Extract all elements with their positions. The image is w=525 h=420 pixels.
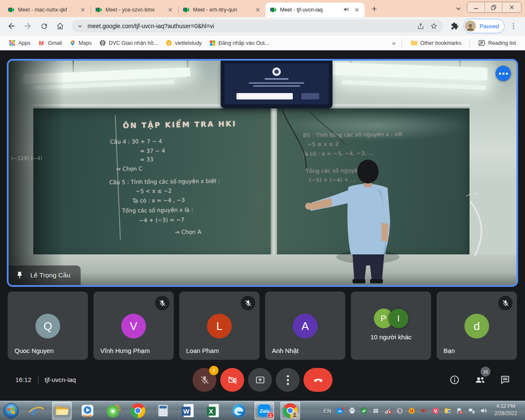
meeting-info-button[interactable]	[449, 374, 460, 385]
bookmark-item-2[interactable]: MGmail	[35, 38, 66, 49]
bookmark-label: Gmail	[48, 40, 62, 46]
taskbar-edge-browser[interactable]	[229, 402, 248, 419]
taskbar-clock[interactable]: 4:12 PM 2/28/2022	[488, 403, 523, 417]
taskbar-chrome-browser[interactable]	[128, 402, 147, 419]
participants-button[interactable]: 16	[474, 374, 486, 385]
clock-date: 2/28/2022	[488, 410, 523, 417]
url-text[interactable]: meet.google.com/tjf-uvcn-iaq?authuser=0&…	[88, 23, 412, 29]
more-options-button[interactable]	[276, 368, 300, 392]
back-button[interactable]	[4, 19, 19, 33]
tray-sync-app-icon[interactable]: S	[396, 407, 404, 415]
close-window-button[interactable]	[502, 2, 521, 12]
bookmark-item-6[interactable]: Đăng nhập vào Out...	[206, 38, 273, 49]
home-button[interactable]	[53, 19, 67, 33]
tray-unikey-orange-icon[interactable]	[408, 407, 416, 415]
tray-volume-red-icon[interactable]	[420, 407, 428, 415]
reload-button[interactable]	[37, 19, 51, 33]
tab-close-icon[interactable]	[353, 6, 360, 13]
participant-tile-2[interactable]: VVĩnh Hưng Phạm	[93, 292, 174, 360]
other-bookmarks-label: Other bookmarks	[420, 40, 461, 46]
meet-favicon	[95, 6, 102, 13]
participant-tile-5[interactable]: PI10 người khác	[351, 292, 431, 360]
browser-tab-4[interactable]: Meet - tjf-uvcn-iaq	[265, 3, 365, 17]
avatar: I	[389, 309, 408, 328]
profile-sync-pill[interactable]: Paused	[464, 19, 505, 33]
tray-signal-error-icon[interactable]	[384, 407, 392, 415]
minimize-button[interactable]	[467, 2, 485, 12]
tray-network-icon[interactable]	[467, 407, 475, 415]
tray-shield-check-icon[interactable]	[360, 407, 368, 415]
tray-backup-device-icon[interactable]	[372, 407, 380, 415]
new-tab-button[interactable]: +	[368, 3, 381, 15]
camera-toggle-button[interactable]	[220, 368, 244, 392]
mic-off-icon	[241, 296, 255, 310]
taskbar-zalo[interactable]: Zalo1	[254, 402, 274, 420]
tray-volume-icon[interactable]	[479, 407, 487, 415]
bookmark-item-3[interactable]: Maps	[66, 38, 96, 49]
forward-button[interactable]	[20, 19, 35, 33]
bookmark-item-4[interactable]: DVC Giao nhận hồ...	[96, 38, 162, 49]
browser-tab-3[interactable]: Meet - erh-ttry-qun	[178, 3, 265, 17]
tray-printer-icon[interactable]	[348, 407, 356, 415]
tray-action-flag-icon[interactable]	[455, 407, 464, 415]
mic-toggle-button[interactable]: !	[192, 368, 216, 392]
tab-close-icon[interactable]	[79, 6, 86, 13]
mic-off-icon	[498, 296, 513, 310]
tile-options-button[interactable]	[496, 66, 511, 81]
pinned-video-tile[interactable]: ÔN TẬP KIỂM TRA HKI (−129).(−4) Câu 4 : …	[7, 59, 518, 287]
tray-zalo-tray-icon[interactable]: Za	[336, 407, 344, 415]
taskbar-calculator[interactable]	[154, 402, 172, 419]
participant-tile-4[interactable]: AAnh Nhật	[265, 292, 345, 360]
participant-tile-1[interactable]: QQuoc Nguyen	[8, 292, 88, 360]
taskbar-file-explorer[interactable]	[52, 402, 72, 420]
address-bar[interactable]: meet.google.com/tjf-uvcn-iaq?authuser=0&…	[72, 20, 443, 32]
bookmarks-overflow-chevron[interactable]: »	[390, 39, 397, 47]
bookmark-item-5[interactable]: viettelstudy	[162, 38, 206, 49]
bookmark-star-icon[interactable]	[430, 22, 438, 30]
reading-list-button[interactable]: Reading list	[474, 38, 520, 49]
present-button[interactable]	[248, 368, 272, 392]
tray-folder-info-icon[interactable]: i	[443, 407, 452, 415]
extensions-icon[interactable]	[447, 19, 462, 33]
tab-search-chevron-icon[interactable]	[455, 5, 462, 12]
taskbar-excel[interactable]: X	[204, 402, 223, 419]
bookmark-item-1[interactable]: Apps	[5, 38, 35, 49]
taskbar-media-player[interactable]	[78, 402, 97, 419]
participant-tile-6[interactable]: dBạn	[437, 292, 517, 360]
site-chevron-icon[interactable]	[77, 23, 83, 29]
pinned-name-chip: Lê Trọng Cầu	[9, 265, 81, 285]
taskbar-coccoc-browser[interactable]	[103, 402, 122, 419]
gmail-icon: M	[38, 40, 45, 47]
tray-unikey-v-icon[interactable]: V	[432, 407, 440, 415]
browser-tab-2[interactable]: Meet - yce-szvc-bmx	[91, 3, 178, 17]
share-icon[interactable]	[417, 22, 425, 30]
taskbar-internet-explorer[interactable]: e	[27, 402, 46, 419]
taskbar-start-button[interactable]	[2, 402, 20, 419]
kebab-icon	[287, 375, 289, 385]
bookmark-items: AppsMGmailMapsDVC Giao nhận hồ...viettel…	[5, 38, 273, 49]
meeting-details[interactable]: 16:12 tjf-uvcn-iaq	[15, 376, 76, 383]
meeting-code: tjf-uvcn-iaq	[45, 376, 76, 383]
media-player-icon	[80, 403, 95, 418]
bookmarks-bar: AppsMGmailMapsDVC Giao nhận hồ...viettel…	[0, 36, 525, 50]
participant-tile-3[interactable]: LLoan Pham	[179, 292, 260, 360]
taskbar-word[interactable]: W	[179, 402, 198, 419]
other-bookmarks-button[interactable]: Other bookmarks	[406, 38, 465, 49]
leave-call-button[interactable]	[303, 368, 332, 392]
svg-text:V: V	[434, 408, 438, 413]
tab-audio-icon[interactable]	[343, 6, 350, 13]
browser-menu-icon[interactable]	[506, 19, 521, 33]
meet-favicon	[183, 6, 190, 13]
restore-button[interactable]	[485, 2, 502, 12]
meet-page: ÔN TẬP KIỂM TRA HKI (−129).(−4) Câu 4 : …	[0, 50, 525, 400]
coccoc-browser-icon	[105, 403, 121, 419]
browser-tab-1[interactable]: Meet - mac-nuhx-qkf	[3, 3, 90, 17]
participant-name: Loan Pham	[186, 347, 219, 354]
tab-close-icon[interactable]	[254, 6, 261, 13]
taskbar-chrome-profile[interactable]	[280, 402, 300, 420]
language-indicator[interactable]: EN	[324, 408, 331, 414]
chat-button[interactable]	[500, 374, 510, 385]
reading-list-icon	[478, 39, 485, 47]
tab-close-icon[interactable]	[167, 6, 174, 13]
mic-off-icon	[199, 375, 210, 385]
